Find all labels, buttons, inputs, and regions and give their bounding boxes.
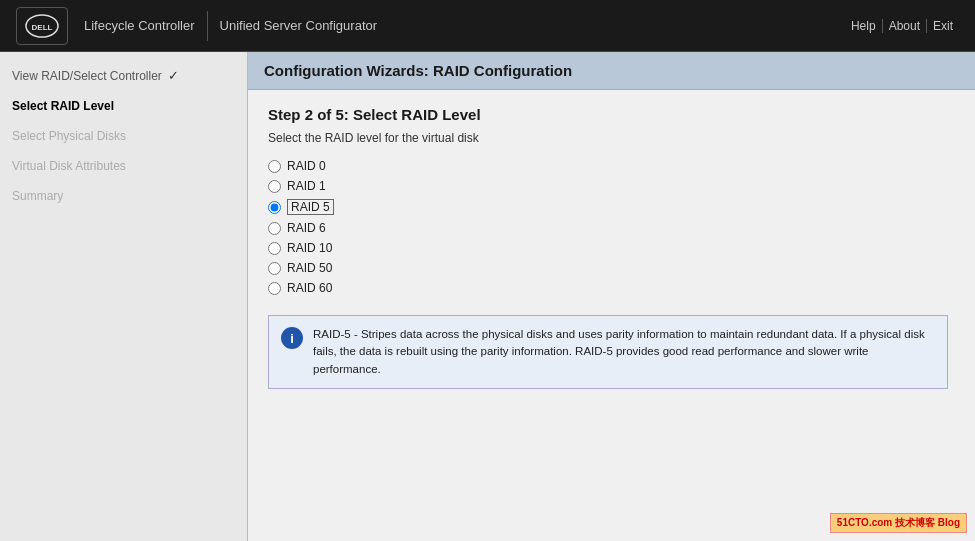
raid0-option[interactable]: RAID 0	[268, 159, 955, 173]
raid6-label: RAID 6	[287, 221, 326, 235]
raid10-label: RAID 10	[287, 241, 332, 255]
sidebar-item-summary: Summary	[0, 181, 247, 211]
sidebar-item-label: Summary	[12, 189, 63, 203]
raid0-label: RAID 0	[287, 159, 326, 173]
check-icon: ✓	[168, 68, 179, 83]
wizard-title: Configuration Wizards: RAID Configuratio…	[264, 62, 572, 79]
sidebar: View RAID/Select Controller ✓ Select RAI…	[0, 52, 248, 541]
raid60-radio[interactable]	[268, 282, 281, 295]
help-link[interactable]: Help	[845, 19, 883, 33]
sidebar-item-label: Virtual Disk Attributes	[12, 159, 126, 173]
raid60-option[interactable]: RAID 60	[268, 281, 955, 295]
raid50-radio[interactable]	[268, 262, 281, 275]
header-nav: Help About Exit	[845, 19, 959, 33]
raid10-radio[interactable]	[268, 242, 281, 255]
content-area: Configuration Wizards: RAID Configuratio…	[248, 52, 975, 541]
sidebar-item-label: Select RAID Level	[12, 99, 114, 113]
raid10-option[interactable]: RAID 10	[268, 241, 955, 255]
sidebar-item-label: View RAID/Select Controller	[12, 69, 162, 83]
raid6-radio[interactable]	[268, 222, 281, 235]
raid5-option[interactable]: RAID 5	[268, 199, 955, 215]
raid60-label: RAID 60	[287, 281, 332, 295]
raid6-option[interactable]: RAID 6	[268, 221, 955, 235]
info-box: i RAID-5 - Stripes data across the physi…	[268, 315, 948, 389]
app-name: Lifecycle Controller	[84, 18, 195, 33]
raid-level-radio-group: RAID 0 RAID 1 RAID 5 RAID 6	[268, 159, 955, 295]
raid0-radio[interactable]	[268, 160, 281, 173]
step-description: Select the RAID level for the virtual di…	[268, 131, 955, 145]
info-text: RAID-5 - Stripes data across the physica…	[313, 326, 935, 378]
header-divider	[207, 11, 208, 41]
raid5-radio[interactable]	[268, 201, 281, 214]
main-container: View RAID/Select Controller ✓ Select RAI…	[0, 52, 975, 541]
info-icon: i	[281, 327, 303, 349]
raid1-radio[interactable]	[268, 180, 281, 193]
sidebar-item-select-physical-disks: Select Physical Disks	[0, 121, 247, 151]
raid50-option[interactable]: RAID 50	[268, 261, 955, 275]
content-header: Configuration Wizards: RAID Configuratio…	[248, 52, 975, 90]
sidebar-item-virtual-disk-attributes: Virtual Disk Attributes	[0, 151, 247, 181]
dell-logo: DELL	[16, 7, 68, 45]
svg-text:DELL: DELL	[32, 23, 53, 32]
step-title: Step 2 of 5: Select RAID Level	[268, 106, 955, 123]
content-body: Step 2 of 5: Select RAID Level Select th…	[248, 90, 975, 541]
sidebar-item-label: Select Physical Disks	[12, 129, 126, 143]
raid50-label: RAID 50	[287, 261, 332, 275]
about-link[interactable]: About	[883, 19, 927, 33]
sidebar-item-view-raid[interactable]: View RAID/Select Controller ✓	[0, 60, 247, 91]
app-header: DELL Lifecycle Controller Unified Server…	[0, 0, 975, 52]
sidebar-item-select-raid-level[interactable]: Select RAID Level	[0, 91, 247, 121]
exit-link[interactable]: Exit	[927, 19, 959, 33]
raid1-label: RAID 1	[287, 179, 326, 193]
raid5-label: RAID 5	[287, 199, 334, 215]
raid1-option[interactable]: RAID 1	[268, 179, 955, 193]
app-subtitle: Unified Server Configurator	[220, 18, 378, 33]
